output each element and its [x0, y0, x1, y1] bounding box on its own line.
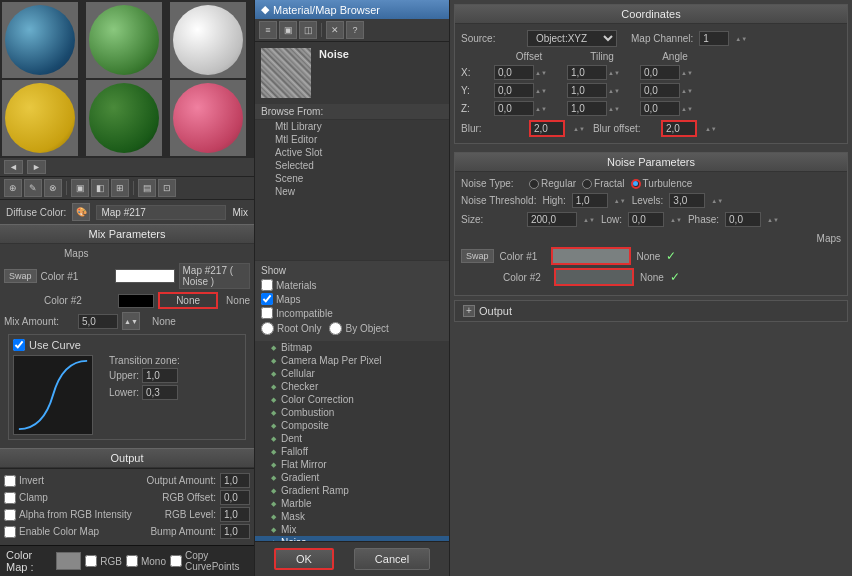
x-offset-field[interactable]: [494, 65, 534, 80]
show-materials-cb[interactable]: [261, 279, 273, 291]
z-offset-field[interactable]: [494, 101, 534, 116]
size-field[interactable]: [527, 212, 577, 227]
map-camera[interactable]: Camera Map Per Pixel: [255, 354, 449, 367]
browser-tool-2[interactable]: ▣: [279, 21, 297, 39]
z-angle-spinner[interactable]: ▲▼: [681, 106, 693, 112]
y-tiling-spinner[interactable]: ▲▼: [608, 88, 620, 94]
by-object-radio[interactable]: [329, 322, 342, 335]
browse-mtl-library[interactable]: Mtl Library: [255, 120, 449, 133]
tool-4[interactable]: ▣: [71, 179, 89, 197]
noise-color2-swatch[interactable]: [554, 268, 634, 286]
low-field[interactable]: [628, 212, 664, 227]
browser-tool-3[interactable]: ◫: [299, 21, 317, 39]
alpha-checkbox[interactable]: [4, 509, 16, 521]
thumb-5[interactable]: [86, 80, 162, 156]
browser-tool-5[interactable]: ?: [346, 21, 364, 39]
map-color-correction[interactable]: Color Correction: [255, 393, 449, 406]
scroll-left[interactable]: ◄: [4, 160, 23, 174]
upper-field[interactable]: [142, 368, 178, 383]
blur-field[interactable]: [529, 120, 565, 137]
mono-checkbox[interactable]: [126, 555, 138, 567]
invert-checkbox[interactable]: [4, 475, 16, 487]
diffuse-map[interactable]: Map #217: [96, 205, 226, 220]
swap-button[interactable]: Swap: [4, 269, 37, 283]
tool-8[interactable]: ⊡: [158, 179, 176, 197]
x-tiling-field[interactable]: [567, 65, 607, 80]
turbulence-radio[interactable]: [631, 179, 641, 189]
tool-1[interactable]: ⊕: [4, 179, 22, 197]
map-channel-spinner[interactable]: ▲▼: [735, 36, 747, 42]
turbulence-radio-item[interactable]: Turbulence: [631, 178, 693, 189]
root-only-radio[interactable]: [261, 322, 274, 335]
color-map-swatch[interactable]: [56, 552, 81, 570]
low-spinner[interactable]: ▲▼: [670, 217, 682, 223]
color1-swatch[interactable]: [115, 269, 175, 283]
browse-active-slot[interactable]: Active Slot: [255, 146, 449, 159]
map-mix[interactable]: Mix: [255, 523, 449, 536]
browser-tool-4[interactable]: ✕: [326, 21, 344, 39]
noise-swap-btn[interactable]: Swap: [461, 249, 494, 263]
high-spinner[interactable]: ▲▼: [614, 198, 626, 204]
levels-field[interactable]: [669, 193, 705, 208]
map-marble[interactable]: Marble: [255, 497, 449, 510]
map-channel-field[interactable]: [699, 31, 729, 46]
map-composite[interactable]: Composite: [255, 419, 449, 432]
map-mask[interactable]: Mask: [255, 510, 449, 523]
noise-color1-swatch[interactable]: [551, 247, 631, 265]
map-gradient[interactable]: Gradient: [255, 471, 449, 484]
color2-none[interactable]: None: [158, 292, 218, 309]
browse-new[interactable]: New: [255, 185, 449, 198]
x-angle-spinner[interactable]: ▲▼: [681, 70, 693, 76]
size-spinner[interactable]: ▲▼: [583, 217, 595, 223]
fractal-radio[interactable]: [582, 179, 592, 189]
diffuse-picker[interactable]: 🎨: [72, 203, 90, 221]
expand-icon[interactable]: +: [463, 305, 475, 317]
map-cellular[interactable]: Cellular: [255, 367, 449, 380]
thumb-2[interactable]: [86, 2, 162, 78]
color1-map[interactable]: Map #217 ( Noise ): [179, 263, 250, 289]
show-maps-cb[interactable]: [261, 293, 273, 305]
ok-button[interactable]: OK: [274, 548, 334, 570]
tool-7[interactable]: ▤: [138, 179, 156, 197]
thumb-4[interactable]: [2, 80, 78, 156]
regular-radio-item[interactable]: Regular: [529, 178, 576, 189]
map-combustion[interactable]: Combustion: [255, 406, 449, 419]
tool-6[interactable]: ⊞: [111, 179, 129, 197]
scroll-right[interactable]: ►: [27, 160, 46, 174]
z-angle-field[interactable]: [640, 101, 680, 116]
enable-checkbox[interactable]: [4, 526, 16, 538]
map-dent[interactable]: Dent: [255, 432, 449, 445]
show-incompatible-cb[interactable]: [261, 307, 273, 319]
rgb-level-field[interactable]: [220, 507, 250, 522]
tool-3[interactable]: ⊗: [44, 179, 62, 197]
use-curve-checkbox[interactable]: [13, 339, 25, 351]
levels-spinner[interactable]: ▲▼: [711, 198, 723, 204]
browser-tool-1[interactable]: ≡: [259, 21, 277, 39]
browse-mtl-editor[interactable]: Mtl Editor: [255, 133, 449, 146]
regular-radio[interactable]: [529, 179, 539, 189]
color2-swatch[interactable]: [118, 294, 154, 308]
fractal-radio-item[interactable]: Fractal: [582, 178, 625, 189]
y-angle-field[interactable]: [640, 83, 680, 98]
z-tiling-field[interactable]: [567, 101, 607, 116]
map-flat-mirror[interactable]: Flat Mirror: [255, 458, 449, 471]
thumb-1[interactable]: [2, 2, 78, 78]
phase-field[interactable]: [725, 212, 761, 227]
browse-selected[interactable]: Selected: [255, 159, 449, 172]
y-offset-spinner[interactable]: ▲▼: [535, 88, 547, 94]
browse-scene[interactable]: Scene: [255, 172, 449, 185]
source-dropdown[interactable]: Object:XYZ: [527, 30, 617, 47]
x-angle-field[interactable]: [640, 65, 680, 80]
tool-5[interactable]: ◧: [91, 179, 109, 197]
thumb-3[interactable]: [170, 2, 246, 78]
tool-2[interactable]: ✎: [24, 179, 42, 197]
x-tiling-spinner[interactable]: ▲▼: [608, 70, 620, 76]
x-offset-spinner[interactable]: ▲▼: [535, 70, 547, 76]
rgb-offset-field[interactable]: [220, 490, 250, 505]
y-tiling-field[interactable]: [567, 83, 607, 98]
z-tiling-spinner[interactable]: ▲▼: [608, 106, 620, 112]
high-field[interactable]: [572, 193, 608, 208]
map-checker[interactable]: Checker: [255, 380, 449, 393]
z-offset-spinner[interactable]: ▲▼: [535, 106, 547, 112]
thumb-6[interactable]: [170, 80, 246, 156]
